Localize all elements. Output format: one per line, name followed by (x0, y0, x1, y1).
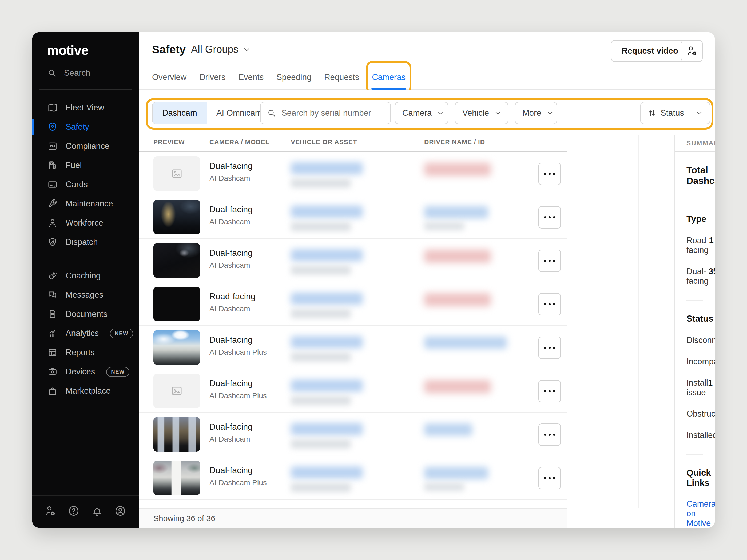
serial-search-input[interactable] (281, 108, 384, 118)
driver-name-redacted[interactable] (424, 424, 472, 436)
summary-stat-row: Incompatible 0 (687, 357, 703, 366)
help-icon[interactable] (68, 505, 80, 517)
user-settings-icon[interactable] (44, 505, 56, 517)
sidebar: motive Search Fleet View Safety Complian… (32, 32, 139, 528)
table-header: PREVIEW CAMERA / MODEL VEHICLE OR ASSET … (139, 135, 567, 152)
tab-cameras[interactable]: Cameras (372, 73, 406, 89)
row-actions-button[interactable] (538, 206, 561, 229)
tab-speeding[interactable]: Speeding (276, 73, 311, 89)
sidebar-item-dispatch[interactable]: Dispatch (32, 233, 139, 252)
group-filter-dropdown[interactable]: All Groups (191, 44, 251, 55)
row-actions-button[interactable] (538, 424, 561, 446)
camera-filter-label: Camera (402, 108, 432, 118)
summary-status-section: Status Disconnected 5 Incompatible 0 Ins… (687, 301, 703, 455)
request-video-button[interactable]: Request video (611, 40, 689, 62)
sidebar-item-documents[interactable]: Documents (32, 304, 139, 324)
camera-preview-thumbnail[interactable] (153, 460, 200, 495)
camera-model-cell: Dual-facing AI Dashcam (209, 205, 253, 226)
tab-drivers[interactable]: Drivers (199, 73, 226, 89)
cameras-table: PREVIEW CAMERA / MODEL VEHICLE OR ASSET … (139, 135, 567, 528)
camera-preview-thumbnail[interactable] (153, 243, 200, 278)
sidebar-item-devices[interactable]: Devices NEW (32, 362, 139, 381)
camera-type: Road-facing (209, 291, 256, 301)
sidebar-item-maintenance[interactable]: Maintenance (32, 194, 139, 213)
profile-icon[interactable] (114, 505, 126, 517)
sidebar-item-fleet-view[interactable]: Fleet View (32, 98, 139, 117)
more-filters-label: More (522, 108, 541, 118)
driver-name-redacted[interactable] (424, 163, 491, 176)
row-actions-button[interactable] (538, 467, 561, 489)
tab-events[interactable]: Events (238, 73, 264, 89)
sidebar-item-fuel[interactable]: Fuel (32, 156, 139, 175)
camera-filter-dropdown[interactable]: Camera (395, 102, 448, 124)
vehicle-link-redacted[interactable] (291, 249, 363, 275)
row-actions-button[interactable] (538, 293, 561, 316)
sidebar-item-workforce[interactable]: Workforce (32, 213, 139, 233)
vehicle-link-redacted[interactable] (291, 379, 363, 405)
camera-preview-thumbnail[interactable] (153, 417, 200, 452)
camera-model-cell: Dual-facing AI Dashcam Plus (209, 335, 267, 356)
sidebar-footer-divider (32, 496, 139, 496)
sidebar-item-marketplace[interactable]: Marketplace (32, 381, 139, 401)
sidebar-item-label: Documents (66, 309, 107, 319)
more-filters-dropdown[interactable]: More (515, 102, 557, 124)
sidebar-item-analytics[interactable]: Analytics NEW (32, 324, 139, 343)
total-dashcams-label: Total Dashcams (687, 165, 703, 186)
vehicle-link-redacted[interactable] (291, 336, 363, 362)
summary-type-section: Type Road-facing 1 Dual-facing 35 (687, 201, 703, 301)
camera-type: Dual-facing (209, 248, 253, 258)
table-footer: Showing 36 of 36 (139, 508, 567, 528)
sidebar-item-label: Safety (66, 122, 89, 132)
camera-type: Dual-facing (209, 205, 253, 214)
tab-requests[interactable]: Requests (324, 73, 359, 89)
summary-stat-row: Dual-facing 35 (687, 267, 703, 286)
fuel-pump-icon (48, 160, 58, 170)
camera-model: AI Dashcam (209, 218, 253, 226)
sidebar-item-label: Analytics (66, 328, 99, 338)
driver-name-redacted[interactable] (424, 206, 488, 230)
sort-by-status-dropdown[interactable]: Status (640, 102, 710, 124)
camera-model: AI Dashcam (209, 174, 253, 183)
user-settings-button[interactable] (681, 40, 703, 62)
page-title: Safety (152, 43, 186, 56)
sidebar-item-compliance[interactable]: Compliance (32, 136, 139, 156)
vehicle-link-redacted[interactable] (291, 466, 363, 492)
serial-search-field[interactable] (260, 102, 391, 124)
vehicle-filter-dropdown[interactable]: Vehicle (455, 102, 508, 124)
camera-preview-thumbnail[interactable] (153, 200, 200, 234)
driver-name-redacted[interactable] (424, 249, 491, 263)
sidebar-item-coaching[interactable]: Coaching (32, 266, 139, 285)
vehicle-link-redacted[interactable] (291, 293, 363, 318)
table-row: Road-facing AI Dashcam (139, 283, 567, 326)
bell-icon[interactable] (91, 505, 103, 517)
sidebar-item-messages[interactable]: Messages (32, 285, 139, 304)
driver-name-redacted[interactable] (424, 293, 491, 306)
segment-dashcam[interactable]: Dashcam (153, 102, 207, 124)
sidebar-search[interactable]: Search (32, 64, 139, 82)
camera-model: AI Dashcam (209, 304, 256, 313)
sidebar-item-cards[interactable]: Cards (32, 175, 139, 194)
camera-preview-thumbnail[interactable] (153, 156, 200, 191)
camera-preview-thumbnail[interactable] (153, 330, 200, 365)
summary-total-section: Total Dashcams (687, 152, 703, 201)
driver-name-redacted[interactable] (424, 380, 491, 393)
app-window: motive Search Fleet View Safety Complian… (32, 32, 715, 528)
camera-preview-thumbnail[interactable] (153, 287, 200, 321)
tab-overview[interactable]: Overview (152, 73, 186, 89)
vehicle-link-redacted[interactable] (291, 162, 363, 188)
driver-name-redacted[interactable] (424, 467, 488, 491)
vehicle-link-redacted[interactable] (291, 423, 363, 449)
stat-label: Road-facing (687, 236, 709, 255)
sidebar-item-reports[interactable]: Reports (32, 343, 139, 362)
driver-name-redacted[interactable] (424, 337, 507, 349)
link-cameras-on-motive-support[interactable]: Cameras on Motive Support (687, 499, 703, 528)
table-row: Dual-facing AI Dashcam Plus (139, 456, 567, 500)
camera-preview-thumbnail[interactable] (153, 374, 200, 408)
row-actions-button[interactable] (538, 337, 561, 359)
row-actions-button[interactable] (538, 163, 561, 185)
row-actions-button[interactable] (538, 249, 561, 272)
row-actions-button[interactable] (538, 380, 561, 402)
stat-value: 1 (708, 378, 713, 397)
sidebar-item-safety[interactable]: Safety (32, 117, 139, 136)
vehicle-link-redacted[interactable] (291, 206, 363, 231)
